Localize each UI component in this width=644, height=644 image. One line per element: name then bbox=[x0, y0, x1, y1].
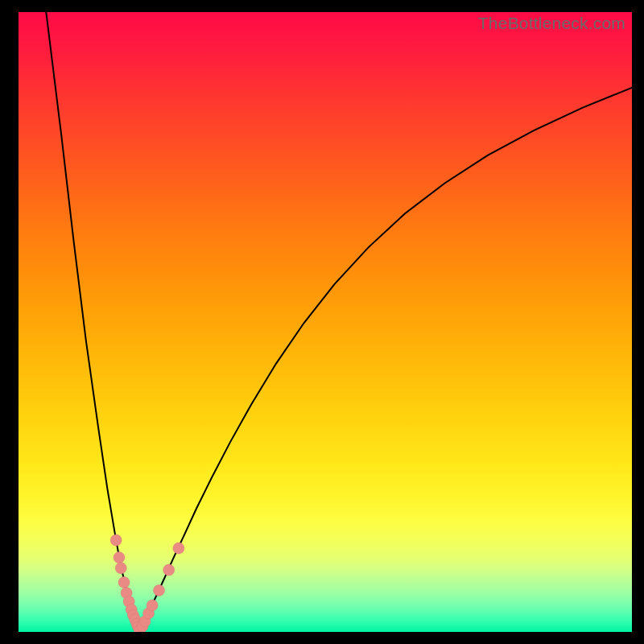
data-marker bbox=[173, 543, 184, 554]
data-marker bbox=[115, 563, 126, 574]
data-marker bbox=[114, 552, 125, 564]
data-marker bbox=[154, 584, 165, 596]
curve-right bbox=[139, 88, 632, 632]
curve-left bbox=[46, 12, 139, 632]
curve-layer bbox=[19, 12, 632, 632]
marker-group bbox=[110, 535, 184, 632]
data-marker bbox=[110, 535, 122, 546]
plot-area: TheBottleneck.com bbox=[19, 12, 632, 632]
watermark-text: TheBottleneck.com bbox=[478, 14, 625, 33]
data-marker bbox=[147, 600, 158, 611]
chart-frame: TheBottleneck.com bbox=[0, 0, 644, 644]
data-marker bbox=[118, 576, 130, 588]
data-marker bbox=[163, 564, 175, 576]
